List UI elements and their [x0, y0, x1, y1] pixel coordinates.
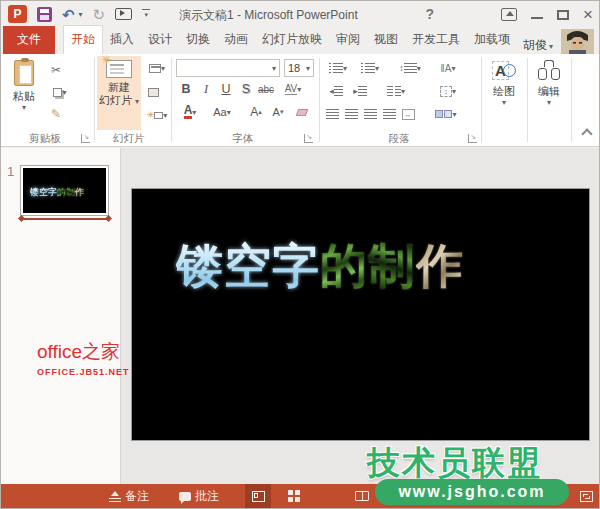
copy-button[interactable]: ▾ — [47, 84, 73, 100]
customize-qat-icon[interactable]: ▾ — [142, 9, 150, 20]
powerpoint-window: P ↶▾ ↻ ▾ 演示文稿1 - Microsoft PowerPoint ? … — [0, 0, 600, 509]
cut-button[interactable]: ✂ — [47, 62, 65, 78]
powerpoint-logo-icon[interactable]: P — [8, 5, 27, 23]
new-slide-button[interactable]: ✳ 新建 幻灯片 ▾ — [97, 56, 141, 130]
font-color-button[interactable]: A▾ — [177, 104, 203, 120]
ribbon-display-options-icon[interactable] — [501, 8, 517, 21]
undo-caret-icon[interactable]: ▾ — [79, 10, 83, 19]
font-dialog-launcher-icon[interactable]: ↘ — [304, 134, 313, 143]
tab-design[interactable]: 设计 — [141, 26, 179, 54]
grow-font-button[interactable]: A▴ — [247, 104, 265, 120]
normal-view-button[interactable] — [245, 484, 271, 508]
watermark-jb51: office之家 OFFICE.JB51.NET — [37, 339, 130, 377]
reading-view-button[interactable] — [349, 484, 375, 508]
workspace: 1 镂空字的制作 镂空字的制作 — [1, 148, 599, 486]
convert-smartart-button[interactable]: ▾ — [429, 106, 463, 122]
ribbon: 粘贴 ▾ ✂ ▾ ✎ 剪贴板 ↘ ✳ 新建 幻灯片 ▾ ▾ ✳▾ 幻灯片 ▾ 1… — [1, 54, 599, 147]
minimize-icon[interactable] — [531, 17, 543, 19]
tab-review[interactable]: 审阅 — [329, 26, 367, 54]
font-name-combobox[interactable]: ▾ — [176, 59, 280, 77]
slide-title-text[interactable]: 镂空字的制作 — [176, 235, 464, 298]
underline-button[interactable]: U — [217, 81, 235, 97]
user-avatar[interactable] — [561, 29, 594, 54]
reset-slide-button[interactable] — [144, 84, 162, 100]
align-text-button[interactable]: ↕▾ — [433, 83, 463, 99]
numbering-button[interactable]: ▾ — [357, 60, 383, 76]
strikethrough-button[interactable]: abc — [257, 81, 275, 97]
format-painter-button[interactable]: ✎ — [47, 106, 65, 122]
tab-home[interactable]: 开始 — [63, 25, 103, 54]
clipboard-dialog-launcher-icon[interactable]: ↘ — [81, 134, 90, 143]
justify-button[interactable] — [380, 106, 398, 122]
tab-insert[interactable]: 插入 — [103, 26, 141, 54]
collapse-ribbon-icon[interactable] — [581, 128, 592, 139]
user-account[interactable]: 胡俊▾ — [523, 37, 553, 54]
clear-formatting-button[interactable] — [293, 104, 311, 120]
decrease-indent-button[interactable]: ◂ — [325, 83, 347, 99]
slide-thumbnail-panel: 1 镂空字的制作 — [1, 148, 121, 486]
font-size-combobox[interactable]: 18▾ — [284, 59, 314, 77]
distribute-button[interactable]: ↔ — [399, 106, 417, 122]
change-case-button[interactable]: Aa▾ — [207, 104, 237, 120]
bullets-button[interactable]: ▾ — [325, 60, 351, 76]
align-center-button[interactable] — [342, 106, 360, 122]
character-spacing-button[interactable]: AV▾ — [279, 81, 307, 97]
bold-button[interactable]: B — [177, 81, 195, 97]
align-left-button[interactable] — [323, 106, 341, 122]
fit-slide-to-window-button[interactable] — [573, 484, 599, 508]
reading-view-icon — [355, 491, 369, 501]
tab-animations[interactable]: 动画 — [217, 26, 255, 54]
help-icon[interactable]: ? — [425, 6, 434, 22]
window-title: 演示文稿1 - Microsoft PowerPoint — [179, 7, 358, 24]
user-caret-icon: ▾ — [549, 42, 553, 51]
drawing-icon: A — [492, 60, 516, 82]
tab-file[interactable]: 文件 — [3, 26, 55, 54]
slide-thumbnail[interactable]: 镂空字的制作 — [21, 166, 108, 215]
tab-transitions[interactable]: 切换 — [179, 26, 217, 54]
paste-caret-icon: ▾ — [22, 103, 26, 112]
slide-editing-area[interactable]: 镂空字的制作 — [122, 148, 600, 486]
tab-slideshow[interactable]: 幻灯片放映 — [255, 26, 329, 54]
watermark-jb51-title: office之家 — [37, 339, 130, 365]
comments-toggle[interactable]: 批注 — [179, 484, 219, 508]
clipboard-group-label: 剪贴板 — [15, 132, 75, 146]
close-icon[interactable]: × — [583, 8, 593, 22]
slide-canvas[interactable]: 镂空字的制作 — [131, 188, 590, 441]
slide-sorter-icon — [288, 490, 300, 502]
shrink-font-button[interactable]: A▾ — [269, 104, 287, 120]
maximize-icon[interactable] — [557, 10, 569, 20]
binoculars-icon — [537, 60, 561, 80]
shadow-button[interactable]: S — [237, 81, 255, 97]
window-controls: × — [501, 1, 593, 28]
slide-sorter-view-button[interactable] — [281, 484, 307, 508]
paste-icon — [14, 60, 34, 86]
slide-insert-indicator — [21, 218, 109, 220]
undo-icon[interactable]: ↶ — [62, 7, 75, 22]
tab-view[interactable]: 视图 — [367, 26, 405, 54]
paragraph-group-label: 段落 — [369, 132, 429, 146]
align-right-button[interactable] — [361, 106, 379, 122]
save-icon[interactable] — [37, 7, 52, 22]
watermark-jsgho-url: www.jsgho.com — [375, 479, 569, 505]
increase-indent-button[interactable]: ▸ — [349, 83, 371, 99]
editing-group-button[interactable]: 编辑 ▾ — [530, 56, 568, 130]
start-slideshow-icon[interactable] — [115, 8, 132, 20]
layout-button[interactable]: ▾ — [144, 60, 170, 76]
watermark-jb51-url: OFFICE.JB51.NET — [37, 367, 130, 377]
section-button[interactable]: ✳▾ — [144, 107, 170, 123]
notes-toggle[interactable]: 备注 — [109, 484, 149, 508]
tab-addins[interactable]: 加载项 — [467, 26, 517, 54]
italic-button[interactable]: I — [197, 81, 215, 97]
title-bar: P ↶▾ ↻ ▾ 演示文稿1 - Microsoft PowerPoint ? … — [1, 1, 599, 28]
font-group-label: 字体 — [213, 132, 273, 146]
quick-access-toolbar: P ↶▾ ↻ ▾ — [8, 5, 150, 23]
drawing-group-button[interactable]: A 绘图 ▾ — [485, 56, 523, 130]
redo-icon[interactable]: ↻ — [93, 7, 106, 22]
line-spacing-button[interactable]: ↕▾ — [395, 60, 425, 76]
text-direction-button[interactable]: ‖A▾ — [433, 60, 463, 76]
paste-button[interactable]: 粘贴 ▾ — [5, 56, 43, 130]
columns-button[interactable]: ▾ — [381, 83, 411, 99]
comment-icon — [179, 492, 191, 501]
paragraph-dialog-launcher-icon[interactable]: ↘ — [468, 134, 477, 143]
tab-developer[interactable]: 开发工具 — [405, 26, 467, 54]
